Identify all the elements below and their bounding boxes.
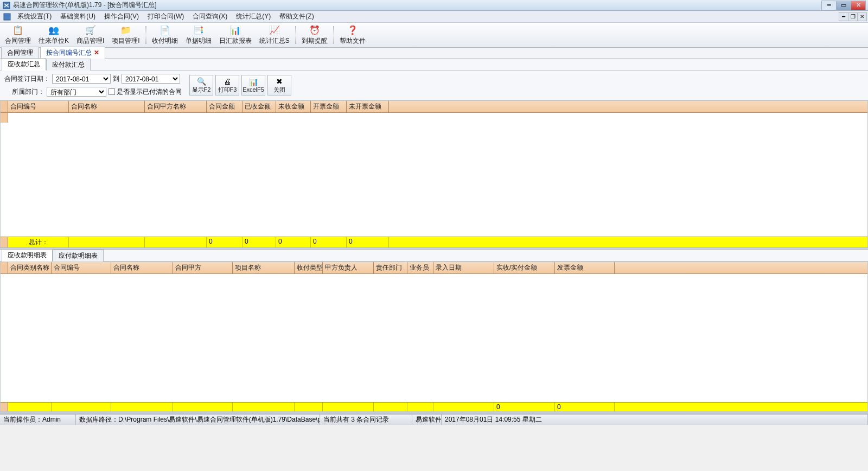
minimize-button[interactable]: ━ xyxy=(821,1,837,10)
action-icon: 🔍 xyxy=(197,77,206,86)
sub-tab[interactable]: 应付款明细表 xyxy=(53,250,104,262)
total-cell: 0 xyxy=(242,237,276,247)
toolbar-button[interactable]: 📁项目管理I xyxy=(108,24,143,46)
menu-item[interactable]: 统计汇总(Y) xyxy=(232,11,275,22)
column-header[interactable]: 发票金额 xyxy=(555,262,615,273)
toolbar-label: 往来单位K xyxy=(39,36,69,46)
column-header[interactable]: 合同甲方名称 xyxy=(145,101,207,112)
menu-app-icon xyxy=(3,12,11,21)
document-tab[interactable]: 合同管理 xyxy=(1,47,39,59)
detail-total-row: 00 xyxy=(1,402,867,411)
total-cell xyxy=(145,237,207,247)
title-bar: 易速合同管理软件(单机版)1.79 - [按合同编号汇总] ━ ▭ ✕ xyxy=(0,0,868,11)
to-label: 到 xyxy=(113,74,119,84)
summary-grid-body[interactable] xyxy=(1,113,867,237)
toolbar-separator xyxy=(333,26,334,44)
date-label: 合同签订日期： xyxy=(4,74,50,84)
menu-item[interactable]: 打印合同(W) xyxy=(143,11,188,22)
toolbar-button[interactable]: 📄收付明细 xyxy=(148,24,182,46)
close-button[interactable]: ✕ xyxy=(851,1,866,10)
toolbar-button[interactable]: ❓帮助文件 xyxy=(336,24,369,46)
row-marker xyxy=(1,237,8,247)
column-header[interactable]: 未开票金额 xyxy=(347,101,389,112)
dept-select[interactable]: 所有部门 xyxy=(47,87,106,97)
action-button[interactable]: ✖关闭 xyxy=(267,75,291,96)
toolbar-button[interactable]: 📊日汇款报表 xyxy=(215,24,256,46)
date-to-select[interactable]: 2017-08-01 xyxy=(122,74,180,84)
status-operator: 当前操作员：Admin xyxy=(0,415,76,425)
toolbar-button[interactable]: 📈统计汇总S xyxy=(256,24,293,46)
date-from-select[interactable]: 2017-08-01 xyxy=(52,74,111,84)
filter-area: 合同签订日期： 2017-08-01 到 2017-08-01 所属部门： 所有… xyxy=(0,71,868,100)
toolbar-icon: ❓ xyxy=(347,25,358,35)
column-header[interactable]: 甲方负责人 xyxy=(323,262,374,273)
summary-grid: 合同编号合同名称合同甲方名称合同金额已收金额未收金额开票金额未开票金额 总计：0… xyxy=(0,100,868,247)
total-cell xyxy=(233,403,295,411)
checkbox-icon xyxy=(108,88,115,95)
toolbar-icon: 📈 xyxy=(269,25,280,35)
window-title: 易速合同管理软件(单机版)1.79 - [按合同编号汇总] xyxy=(13,1,822,10)
column-header[interactable]: 合同名称 xyxy=(111,262,173,273)
total-cell xyxy=(433,403,494,411)
column-header[interactable]: 合同金额 xyxy=(207,101,242,112)
column-header[interactable]: 合同编号 xyxy=(8,101,69,112)
toolbar-label: 收付明细 xyxy=(152,36,178,46)
document-tab[interactable]: 按合同编号汇总✕ xyxy=(40,47,105,59)
column-header[interactable]: 合同甲方 xyxy=(173,262,233,273)
main-toolbar: 📋合同管理👥往来单位K🛒商品管理I📁项目管理I📄收付明细📑单据明细📊日汇款报表📈… xyxy=(0,23,868,48)
action-button[interactable]: 📊ExcelF5 xyxy=(241,75,265,96)
column-header[interactable]: 合同类别名称 xyxy=(8,262,52,273)
toolbar-button[interactable]: 📑单据明细 xyxy=(182,24,215,46)
action-label: 显示F2 xyxy=(192,86,211,94)
menu-item[interactable]: 基础资料(U) xyxy=(56,11,100,22)
column-header[interactable]: 录入日期 xyxy=(433,262,494,273)
total-cell: 0 xyxy=(207,237,242,247)
menu-item[interactable]: 合同查询(X) xyxy=(188,11,232,22)
toolbar-button[interactable]: 👥往来单位K xyxy=(35,24,73,46)
action-button[interactable]: 🔍显示F2 xyxy=(189,75,213,96)
mdi-minimize[interactable]: ━ xyxy=(839,12,848,21)
total-cell xyxy=(111,403,173,411)
column-header[interactable]: 未收金额 xyxy=(276,101,311,112)
mdi-restore[interactable]: ❐ xyxy=(848,12,858,21)
action-button[interactable]: 🖨打印F3 xyxy=(215,75,239,96)
status-product: 易速软件 xyxy=(412,415,442,425)
column-header[interactable]: 项目名称 xyxy=(233,262,295,273)
menu-item[interactable]: 帮助文件(Z) xyxy=(275,11,318,22)
toolbar-label: 帮助文件 xyxy=(340,36,366,46)
mdi-close[interactable]: ✕ xyxy=(857,12,867,21)
toolbar-button[interactable]: 📋合同管理 xyxy=(1,24,35,46)
column-header[interactable]: 开票金额 xyxy=(311,101,347,112)
maximize-button[interactable]: ▭ xyxy=(836,1,851,10)
sub-tab[interactable]: 应收款明细表 xyxy=(2,249,53,262)
column-header[interactable]: 实收/实付金额 xyxy=(494,262,555,273)
menu-item[interactable]: 系统设置(T) xyxy=(13,11,56,22)
menu-item[interactable]: 操作合同(V) xyxy=(100,11,143,22)
toolbar-separator xyxy=(295,26,296,44)
row-marker-header xyxy=(1,101,8,112)
toolbar-icon: 📋 xyxy=(12,25,23,35)
column-header[interactable]: 责任部门 xyxy=(374,262,407,273)
column-header[interactable]: 合同名称 xyxy=(69,101,145,112)
total-cell: 总计： xyxy=(8,237,69,247)
sub-tab[interactable]: 应收款汇总 xyxy=(2,58,46,71)
dept-label: 所属部门： xyxy=(4,87,44,97)
toolbar-icon: ⏰ xyxy=(309,25,320,35)
tab-close-icon[interactable]: ✕ xyxy=(94,49,99,56)
toolbar-label: 单据明细 xyxy=(186,36,212,46)
total-cell xyxy=(8,403,52,411)
column-header[interactable]: 收付类型 xyxy=(295,262,323,273)
column-header[interactable]: 合同编号 xyxy=(52,262,111,273)
column-header[interactable]: 已收金额 xyxy=(242,101,276,112)
column-header[interactable]: 业务员 xyxy=(407,262,433,273)
show-paid-checkbox[interactable]: 是否显示已付清的合同 xyxy=(108,87,182,97)
total-cell xyxy=(295,403,323,411)
status-bar: 当前操作员：Admin 数据库路径：D:\Program Files\易速软件\… xyxy=(0,414,868,425)
toolbar-button[interactable]: 🛒商品管理I xyxy=(73,24,108,46)
detail-grid-body[interactable] xyxy=(1,274,867,402)
action-icon: 📊 xyxy=(249,78,258,86)
toolbar-button[interactable]: ⏰到期提醒 xyxy=(298,24,331,46)
action-label: 关闭 xyxy=(273,86,285,94)
total-cell: 0 xyxy=(347,237,389,247)
sub-tab[interactable]: 应付款汇总 xyxy=(46,59,91,71)
